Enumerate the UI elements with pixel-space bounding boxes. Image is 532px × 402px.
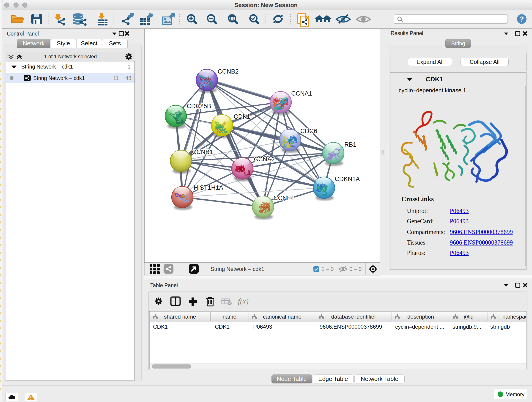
svg-text:CDKN1A: CDKN1A: [335, 176, 360, 182]
svg-text:CDK1: CDK1: [234, 113, 250, 120]
svg-text:f(x): f(x): [238, 297, 249, 306]
svg-text:CDC25B: CDC25B: [187, 103, 211, 109]
svg-text:CCNB1: CCNB1: [192, 148, 213, 155]
svg-text:CCNA1: CCNA1: [291, 90, 312, 97]
svg-text:?: ?: [519, 15, 524, 23]
svg-text:CCNB2: CCNB2: [218, 68, 239, 75]
svg-text:CCNA2: CCNA2: [254, 156, 275, 163]
svg-text:CCNE1: CCNE1: [273, 195, 295, 201]
svg-text:HIST1H1A: HIST1H1A: [194, 184, 223, 191]
svg-text:RB1: RB1: [344, 141, 356, 148]
svg-text:CDC6: CDC6: [300, 128, 317, 134]
